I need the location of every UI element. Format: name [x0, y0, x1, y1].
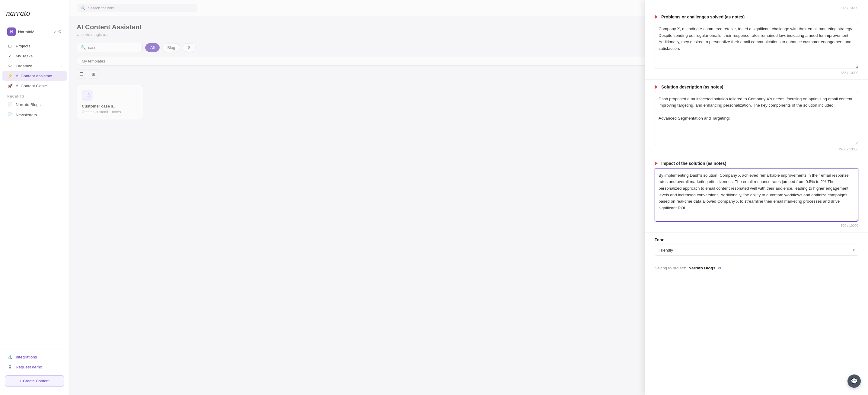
doc-icon: 📄: [7, 112, 13, 117]
sidebar-item-label: Projects: [16, 44, 30, 48]
ai-assistant-icon: ⚡: [7, 73, 13, 78]
logo: narrato: [0, 5, 69, 25]
tasks-icon: ✓: [7, 54, 13, 58]
tone-label: Tone: [655, 237, 858, 242]
recents-label: Recents: [0, 91, 69, 99]
sidebar-item-label: Organize: [16, 64, 32, 68]
search-input[interactable]: [88, 6, 194, 10]
tone-section: Tone Friendly Professional Casual Formal…: [645, 233, 868, 261]
grid-view-button[interactable]: ⊞: [89, 69, 98, 79]
template-card-description: Creates customi... notes: [82, 110, 138, 115]
template-search[interactable]: 🔍 case: [77, 43, 143, 52]
external-link-icon[interactable]: ⧉: [718, 266, 721, 271]
chat-icon: 💬: [851, 378, 858, 385]
problems-char-count: 333 / 10000: [655, 71, 858, 74]
tone-select[interactable]: Friendly Professional Casual Formal Pers…: [655, 245, 858, 256]
saving-label: Saving to project:: [655, 266, 686, 270]
arrow-icon: [655, 161, 658, 165]
sidebar-item-label: Newsletters: [16, 113, 37, 117]
user-name: NarratoM...: [18, 30, 53, 34]
sidebar-item-label: Integrations: [16, 355, 37, 359]
problems-section: Problems or challenges solved (as notes)…: [645, 10, 868, 80]
svg-text:narrato: narrato: [6, 9, 30, 18]
sidebar-item-ai-content-assistant[interactable]: ⚡ AI Content Assistant: [2, 71, 67, 81]
top-field-char-count: 118 / 10000: [655, 6, 858, 10]
arrow-icon: [655, 85, 658, 89]
projects-icon: ⊞: [7, 43, 13, 48]
user-profile[interactable]: N NarratoM... ∨ ⚙: [2, 25, 67, 38]
search-icon: 🔍: [80, 5, 85, 10]
search-icon: 🔍: [81, 45, 86, 50]
sidebar-item-my-tasks[interactable]: ✓ My Tasks: [2, 51, 67, 61]
sidebar-item-request-demo[interactable]: 🖥 Request demo: [2, 362, 67, 372]
sidebar-item-label: Narrato Blogs: [16, 102, 41, 107]
sidebar-item-newsletters[interactable]: 📄 Newsletters: [2, 110, 67, 120]
template-card-icon: 📄: [82, 90, 93, 101]
sidebar-item-organize[interactable]: ⚙ Organize ›: [2, 61, 67, 71]
sidebar-item-label: Request demo: [16, 365, 42, 369]
impact-textarea[interactable]: [655, 168, 858, 222]
filter-s-button[interactable]: S: [183, 43, 195, 52]
filter-all-button[interactable]: All: [145, 43, 160, 52]
solution-char-count: 2460 / 10000: [655, 147, 858, 151]
solution-section: Solution description (as notes) 2460 / 1…: [645, 80, 868, 156]
tone-select-wrapper: Friendly Professional Casual Formal Pers…: [655, 245, 858, 256]
saving-row: Saving to project: Narrato Blogs ⧉: [645, 261, 868, 275]
sidebar-item-projects[interactable]: ⊞ Projects: [2, 41, 67, 51]
solution-label: Solution description (as notes): [655, 85, 858, 89]
sidebar-bottom: ⚓ Integrations 🖥 Request demo + Create C…: [0, 349, 69, 390]
doc-icon: 📄: [7, 102, 13, 107]
anchor-icon: ⚓: [7, 355, 13, 359]
avatar: N: [7, 28, 16, 36]
impact-char-count: 520 / 10000: [655, 224, 858, 227]
settings-icon[interactable]: ⚙: [58, 29, 62, 34]
chevron-right-icon: ›: [61, 64, 62, 68]
sidebar-item-label: AI Content Genie: [16, 84, 47, 88]
impact-label: Impact of the solution (as notes): [655, 161, 858, 166]
monitor-icon: 🖥: [7, 365, 13, 369]
search-box[interactable]: 🔍: [77, 4, 197, 12]
create-content-button[interactable]: + Create Content: [5, 375, 64, 387]
solution-textarea[interactable]: [655, 92, 858, 145]
user-actions: ∨ ⚙: [53, 29, 62, 34]
sidebar: narrato N NarratoM... ∨ ⚙ ⊞ Projects ✓ M…: [0, 0, 69, 395]
sidebar-nav: ⊞ Projects ✓ My Tasks ⚙ Organize › ⚡ AI …: [0, 41, 69, 91]
chevron-down-icon[interactable]: ∨: [53, 29, 56, 34]
chat-bubble[interactable]: 💬: [847, 374, 861, 388]
template-search-input[interactable]: case: [88, 45, 139, 50]
panel-top-section: 118 / 10000: [645, 0, 868, 10]
sidebar-item-narrato-blogs[interactable]: 📄 Narrato Blogs: [2, 100, 67, 109]
organize-icon: ⚙: [7, 63, 13, 68]
sidebar-item-ai-content-genie[interactable]: 🚀 AI Content Genie: [2, 81, 67, 91]
form-panel: 118 / 10000 Problems or challenges solve…: [645, 0, 868, 395]
impact-section: Impact of the solution (as notes) 520 / …: [645, 156, 868, 233]
arrow-icon: [655, 15, 658, 19]
saving-project-name: Narrato Blogs: [688, 266, 715, 270]
problems-label: Problems or challenges solved (as notes): [655, 14, 858, 19]
template-card-title: Customer case s...: [82, 104, 138, 109]
list-view-button[interactable]: ☰: [77, 69, 86, 79]
sidebar-item-integrations[interactable]: ⚓ Integrations: [2, 352, 67, 362]
sidebar-item-label: My Tasks: [16, 54, 33, 58]
ai-genie-icon: 🚀: [7, 83, 13, 88]
filter-blog-button[interactable]: Blog: [162, 43, 180, 52]
sidebar-item-label: AI Content Assistant: [16, 74, 53, 78]
template-card-customer-case[interactable]: 📄 Customer case s... Creates customi... …: [77, 85, 143, 120]
problems-textarea[interactable]: [655, 22, 858, 69]
